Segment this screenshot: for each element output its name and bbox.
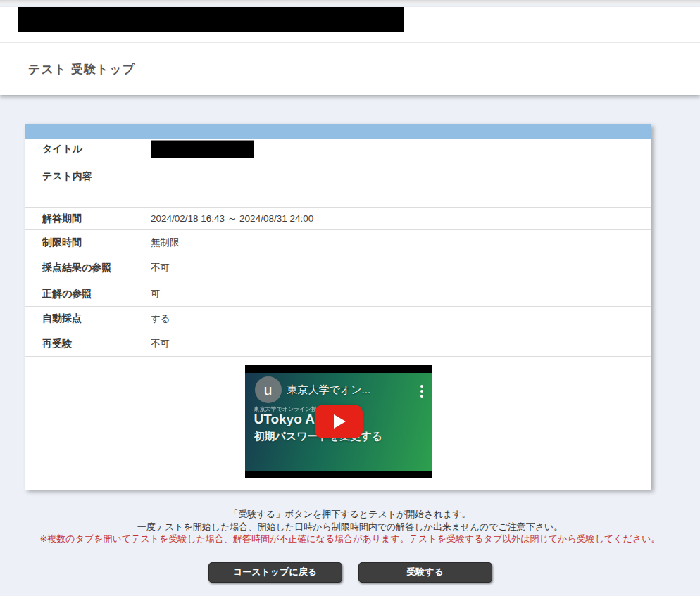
row-value-title xyxy=(151,140,651,158)
row-value-answer-period: 2024/02/18 16:43 ～ 2024/08/31 24:00 xyxy=(151,213,651,225)
table-row: タイトル xyxy=(25,139,651,160)
row-value-time-limit: 無制限 xyxy=(151,236,651,249)
instruction-line-2: 一度テストを開始した場合、開始した日時から制限時間内での解答しか出来ませんのでご… xyxy=(0,521,700,533)
row-label-correct-answer-view: 正解の参照 xyxy=(25,288,151,300)
row-value-retake: 不可 xyxy=(151,338,651,350)
page-title-bar: テスト 受験トップ xyxy=(0,43,700,95)
test-info-card: タイトル テスト内容 解答期間 2024/02/18 16:43 ～ 2024/… xyxy=(25,124,651,490)
main-content: タイトル テスト内容 解答期間 2024/02/18 16:43 ～ 2024/… xyxy=(0,124,700,583)
table-header-bar xyxy=(25,124,651,139)
video-row: u 東京大学でオン... 東京大学でオンライン授業 UTokyo A 初期パスワ… xyxy=(25,357,651,490)
youtube-embed[interactable]: u 東京大学でオン... 東京大学でオンライン授業 UTokyo A 初期パスワ… xyxy=(245,365,432,478)
table-row: 正解の参照 可 xyxy=(25,281,651,307)
start-test-button[interactable]: 受験する xyxy=(358,562,492,583)
row-label-retake: 再受験 xyxy=(25,338,151,350)
row-label-content: テスト内容 xyxy=(25,160,151,183)
row-label-answer-period: 解答期間 xyxy=(25,213,151,225)
table-row: 解答期間 2024/02/18 16:43 ～ 2024/08/31 24:00 xyxy=(25,208,651,230)
row-value-score-view: 不可 xyxy=(151,262,651,274)
row-label-title: タイトル xyxy=(25,143,151,156)
redacted-test-title xyxy=(151,140,254,158)
page-header: テスト 受験トップ xyxy=(0,7,700,95)
table-row: テスト内容 xyxy=(25,160,651,208)
channel-avatar[interactable]: u xyxy=(255,376,282,403)
youtube-play-button[interactable] xyxy=(315,405,363,438)
kebab-menu-icon[interactable] xyxy=(420,383,423,400)
play-icon xyxy=(334,414,346,429)
action-button-row: コーストップに戻る 受験する xyxy=(0,562,700,583)
row-label-score-view: 採点結果の参照 xyxy=(25,262,151,274)
row-value-correct-answer-view: 可 xyxy=(151,288,651,300)
channel-initial: u xyxy=(264,381,273,398)
table-row: 再受験 不可 xyxy=(25,331,651,357)
instruction-line-1: 「受験する」ボタンを押下するとテストが開始されます。 xyxy=(0,508,700,521)
thumbnail-text-line1: UTokyo A xyxy=(254,412,315,427)
row-value-auto-grading: する xyxy=(151,312,651,325)
table-row: 自動採点 する xyxy=(25,307,651,331)
back-to-course-top-button[interactable]: コーストップに戻る xyxy=(208,562,342,583)
redacted-course-title xyxy=(18,7,404,32)
video-title-link[interactable]: 東京大学でオン... xyxy=(287,383,371,397)
course-header-bar xyxy=(0,7,700,43)
browser-top-strip xyxy=(0,0,700,4)
page-title: テスト 受験トップ xyxy=(28,61,135,77)
row-label-auto-grading: 自動採点 xyxy=(25,312,151,325)
warning-text: ※複数のタブを開いてテストを受験した場合、解答時間が不正確になる場合があります。… xyxy=(0,533,700,545)
row-value-content xyxy=(151,160,651,170)
instructions: 「受験する」ボタンを押下するとテストが開始されます。 一度テストを開始した場合、… xyxy=(0,508,700,545)
table-row: 制限時間 無制限 xyxy=(25,230,651,255)
row-label-time-limit: 制限時間 xyxy=(25,236,151,249)
table-row: 採点結果の参照 不可 xyxy=(25,255,651,281)
